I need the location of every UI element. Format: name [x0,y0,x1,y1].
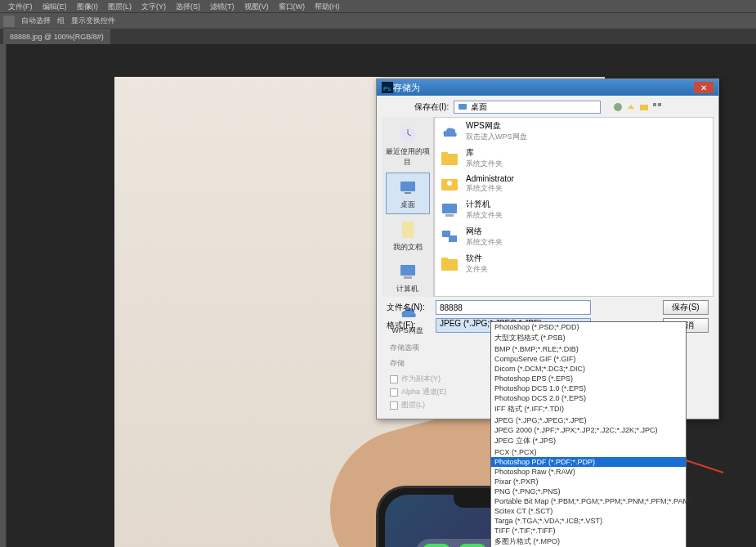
document-tab[interactable]: 88888.jpg @ 100%(RGB/8#) [3,29,110,44]
save-in-dropdown[interactable]: 桌面 [454,101,601,114]
left-toolbox[interactable] [0,44,7,547]
format-option[interactable]: BMP (*.BMP;*.RLE;*.DIB) [491,344,686,354]
network-icon [440,227,459,247]
folder-icon [440,254,459,274]
back-icon[interactable] [612,101,624,113]
dialog-title: 存储为 [393,82,694,94]
format-option[interactable]: IFF 格式 (*.IFF;*.TDI) [491,403,686,415]
format-option[interactable]: Portable Bit Map (*.PBM;*.PGM;*.PPM;*.PN… [491,496,686,506]
menu-filter[interactable]: 滤镜(T) [205,0,239,12]
format-option[interactable]: Pixar (*.PXR) [491,477,686,486]
format-option[interactable]: Photoshop (*.PSD;*.PDD) [491,322,686,332]
svg-point-3 [614,103,622,111]
svg-rect-5 [653,103,656,106]
app-messages-icon [423,544,450,547]
format-option[interactable]: Photoshop PDF (*.PDF;*.PDP) [491,457,686,467]
menu-edit[interactable]: 编辑(E) [38,0,72,12]
format-option[interactable]: CompuServe GIF (*.GIF) [491,354,686,364]
transform-label: 显示变换控件 [71,16,115,26]
svg-rect-9 [405,192,411,194]
menu-help[interactable]: 帮助(H) [310,0,345,12]
view-icon[interactable] [651,101,663,113]
menu-type[interactable]: 文字(Y) [136,0,171,12]
svg-rect-12 [404,276,412,279]
svg-rect-18 [445,214,454,217]
format-option[interactable]: Targa (*.TGA;*.VDA;*.ICB;*.VST) [491,516,686,526]
format-option[interactable]: 多图片格式 (*.MPO) [491,536,686,547]
svg-rect-8 [400,182,415,191]
file-item-software[interactable]: 软件文件夹 [435,250,713,277]
format-option[interactable]: Photoshop DCS 2.0 (*.EPS) [491,393,686,403]
format-option[interactable]: 大型文档格式 (*.PSB) [491,332,686,344]
format-label: 格式(F): [387,320,436,331]
filename-label: 文件名(N): [387,302,436,313]
format-option[interactable]: TIFF (*.TIF;*.TIFF) [491,526,686,536]
options-bar: 自动选择 组 显示变换控件 [0,13,756,29]
alpha-checkbox[interactable] [390,388,398,397]
format-option[interactable]: Photoshop EPS (*.EPS) [491,374,686,383]
menu-view[interactable]: 视图(V) [239,0,274,12]
place-computer[interactable]: 计算机 [386,258,430,298]
menu-window[interactable]: 窗口(W) [274,0,311,12]
storage-options-label: 存储选项 [390,343,447,353]
copy-checkbox[interactable] [390,375,398,383]
svg-point-16 [447,181,452,186]
auto-select-label: 自动选择 [21,16,51,26]
new-folder-icon[interactable] [638,101,650,113]
place-documents[interactable]: 我的文档 [386,216,430,256]
file-item-library[interactable]: 库系统文件夹 [435,145,713,172]
svg-rect-17 [442,204,457,213]
svg-rect-22 [441,258,448,261]
format-option[interactable]: PNG (*.PNG;*.PNS) [491,486,686,496]
group-dropdown[interactable]: 组 [57,16,65,26]
format-option[interactable]: Photoshop Raw (*.RAW) [491,467,686,477]
file-list[interactable]: WPS网盘双击进入WPS网盘 库系统文件夹 Administrator系统文件夹… [434,117,714,297]
desktop-icon [458,102,467,112]
svg-rect-21 [441,259,458,271]
storage-label: 存储 [390,358,447,369]
file-item-admin[interactable]: Administrator系统文件夹 [435,172,713,196]
format-option[interactable]: JPEG (*.JPG;*.JPEG;*.JPE) [491,415,686,425]
photoshop-icon: Ps [382,82,393,93]
menu-file[interactable]: 文件(F) [3,0,38,12]
format-option[interactable]: JPEG 立体 (*.JPS) [491,435,686,447]
svg-rect-10 [402,222,414,238]
computer-icon [440,200,459,220]
svg-rect-11 [400,265,415,276]
menu-layer[interactable]: 图层(L) [103,0,136,12]
format-option[interactable]: Dicom (*.DCM;*.DC3;*.DIC) [491,364,686,374]
menu-image[interactable]: 图像(I) [72,0,104,12]
format-option[interactable]: Scitex CT (*.SCT) [491,506,686,516]
place-desktop[interactable]: 桌面 [386,173,430,214]
dialog-titlebar[interactable]: Ps 存储为 ✕ [377,79,718,96]
places-bar: 最近使用的项目 桌面 我的文档 计算机 WPS网盘 [382,117,434,297]
place-recent[interactable]: 最近使用的项目 [386,120,430,171]
folder-user-icon [440,174,459,194]
format-dropdown-list[interactable]: Photoshop (*.PSD;*.PDD)大型文档格式 (*.PSB)BMP… [490,321,687,547]
save-button[interactable]: 保存(S) [663,300,709,315]
svg-text:Ps: Ps [383,85,391,92]
filename-input[interactable] [436,300,591,315]
close-button[interactable]: ✕ [694,82,714,93]
menu-select[interactable]: 选择(S) [171,0,205,12]
menu-bar: 文件(F) 编辑(E) 图像(I) 图层(L) 文字(Y) 选择(S) 滤镜(T… [0,0,756,13]
format-option[interactable]: Photoshop DCS 1.0 (*.EPS) [491,383,686,393]
svg-rect-20 [449,235,457,242]
folder-icon [440,149,459,168]
up-icon[interactable] [625,101,637,113]
cloud-icon [440,122,459,141]
move-tool-icon[interactable] [3,16,15,27]
document-tabs: 88888.jpg @ 100%(RGB/8#) [0,29,756,44]
layers-checkbox[interactable] [390,401,398,410]
file-item-computer[interactable]: 计算机系统文件夹 [435,196,713,223]
format-option[interactable]: JPEG 2000 (*.JPF;*.JPX;*.JP2;*.J2C;*.J2K… [491,425,686,435]
svg-rect-13 [441,154,458,165]
format-option[interactable]: PCX (*.PCX) [491,447,686,457]
svg-rect-6 [658,103,661,106]
file-item-wps[interactable]: WPS网盘双击进入WPS网盘 [435,118,713,145]
save-in-label: 保存在(I): [414,101,449,113]
svg-rect-2 [459,104,467,110]
app-phone-icon [459,544,485,547]
file-item-network[interactable]: 网络系统文件夹 [435,223,713,250]
svg-rect-14 [441,152,448,155]
